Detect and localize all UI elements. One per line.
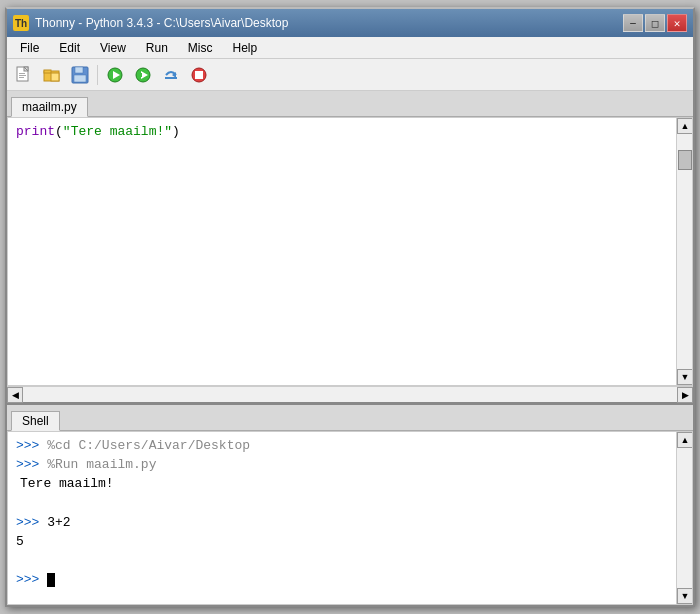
list-item: 5 (16, 533, 668, 551)
shell-scrollbar-up[interactable]: ▲ (677, 432, 693, 448)
shell-area: Shell >>> %cd C:/Users/Aivar/Desktop >>>… (7, 405, 693, 605)
text-cursor (47, 573, 55, 587)
menu-file[interactable]: File (11, 38, 48, 58)
svg-rect-19 (195, 71, 203, 79)
menu-edit[interactable]: Edit (50, 38, 89, 58)
toolbar-separator-1 (97, 65, 98, 85)
shell-scrollbar-track (677, 448, 692, 588)
maximize-button[interactable]: □ (645, 14, 665, 32)
shell-tab[interactable]: Shell (11, 411, 60, 431)
title-bar-left: Th Thonny - Python 3.4.3 - C:\Users\Aiva… (13, 15, 288, 31)
close-button[interactable]: ✕ (667, 14, 687, 32)
shell-prompt: >>> (16, 438, 39, 453)
shell-prompt-active: >>> (16, 572, 39, 587)
step-over-button[interactable] (158, 63, 184, 87)
shell-cursor-indicator (47, 572, 55, 587)
shell-command: %cd C:/Users/Aivar/Desktop (47, 438, 250, 453)
shell-command-2: %Run maailm.py (47, 457, 156, 472)
shell-output-area[interactable]: >>> %cd C:/Users/Aivar/Desktop >>> %Run … (8, 432, 676, 604)
open-file-button[interactable] (39, 63, 65, 87)
svg-rect-7 (51, 73, 59, 81)
svg-rect-9 (75, 67, 83, 73)
toolbar (7, 59, 693, 91)
list-item: >>> 3+2 (16, 514, 668, 532)
title-bar: Th Thonny - Python 3.4.3 - C:\Users\Aiva… (7, 9, 693, 37)
code-keyword: print (16, 124, 55, 139)
menu-help[interactable]: Help (224, 38, 267, 58)
editor-content: print("Tere maailm!") ▲ ▼ (7, 117, 693, 386)
menu-run[interactable]: Run (137, 38, 177, 58)
list-item (16, 495, 668, 513)
scrollbar-left-arrow[interactable]: ◀ (7, 387, 23, 403)
scrollbar-thumb[interactable] (678, 150, 692, 170)
scrollbar-up-arrow[interactable]: ▲ (677, 118, 693, 134)
run-button[interactable] (102, 63, 128, 87)
svg-rect-17 (165, 77, 177, 79)
shell-result-value: 5 (16, 534, 24, 549)
list-item: >>> %Run maailm.py (16, 456, 668, 474)
list-item: >>> %cd C:/Users/Aivar/Desktop (16, 437, 668, 455)
app-icon: Th (13, 15, 29, 31)
menu-view[interactable]: View (91, 38, 135, 58)
shell-prompt-2: >>> (16, 457, 39, 472)
shell-input-line[interactable]: >>> (16, 571, 668, 589)
svg-rect-6 (44, 70, 51, 73)
svg-rect-3 (19, 75, 26, 76)
list-item (16, 552, 668, 570)
svg-rect-10 (74, 75, 86, 82)
scrollbar-down-arrow[interactable]: ▼ (677, 369, 693, 385)
menu-misc[interactable]: Misc (179, 38, 222, 58)
editor-area: maailm.py print("Tere maailm!") ▲ ▼ ◀ ▶ (7, 91, 693, 405)
editor-tab[interactable]: maailm.py (11, 97, 88, 117)
shell-scrollbar-down[interactable]: ▼ (677, 588, 693, 604)
debug-button[interactable] (130, 63, 156, 87)
svg-rect-2 (19, 73, 25, 74)
shell-content: >>> %cd C:/Users/Aivar/Desktop >>> %Run … (7, 431, 693, 605)
shell-tab-bar: Shell (7, 405, 693, 431)
shell-prompt-3: >>> (16, 515, 39, 530)
editor-tab-bar: maailm.py (7, 91, 693, 117)
window-title: Thonny - Python 3.4.3 - C:\Users\Aivar\D… (35, 16, 288, 30)
code-string: "Tere maailm!" (63, 124, 172, 139)
editor-vertical-scrollbar[interactable]: ▲ ▼ (676, 118, 692, 385)
main-window: Th Thonny - Python 3.4.3 - C:\Users\Aiva… (5, 7, 695, 607)
editor-horizontal-scrollbar[interactable]: ◀ ▶ (7, 386, 693, 402)
new-file-button[interactable] (11, 63, 37, 87)
icon-label: Th (15, 18, 27, 29)
save-file-button[interactable] (67, 63, 93, 87)
main-area: maailm.py print("Tere maailm!") ▲ ▼ ◀ ▶ (7, 91, 693, 605)
svg-rect-4 (19, 77, 24, 78)
shell-output-text: Tere maailm! (20, 476, 114, 491)
shell-expr: 3+2 (47, 515, 70, 530)
list-item: Tere maailm! (16, 475, 668, 493)
minimize-button[interactable]: − (623, 14, 643, 32)
menu-bar: File Edit View Run Misc Help (7, 37, 693, 59)
scrollbar-right-arrow[interactable]: ▶ (677, 387, 693, 403)
stop-button[interactable] (186, 63, 212, 87)
svg-rect-15 (140, 73, 142, 77)
title-controls: − □ ✕ (623, 14, 687, 32)
shell-vertical-scrollbar[interactable]: ▲ ▼ (676, 432, 692, 604)
editor-text-area[interactable]: print("Tere maailm!") (8, 118, 676, 385)
